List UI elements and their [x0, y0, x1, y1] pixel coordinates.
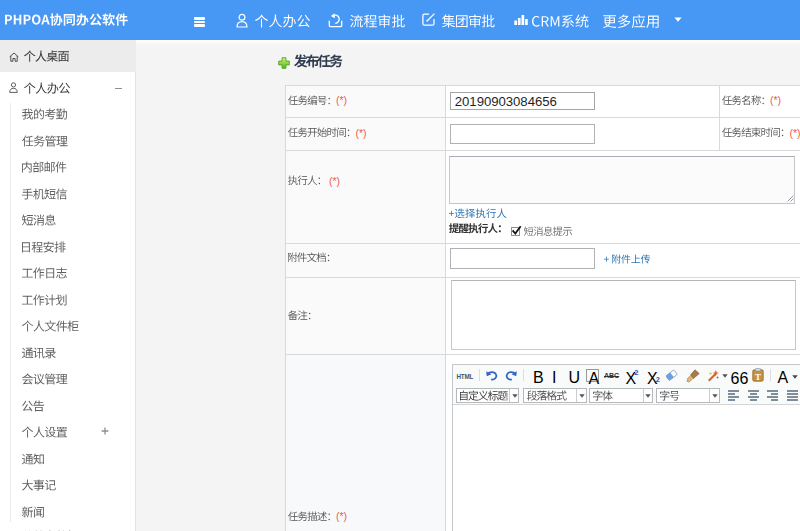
- svg-text:T: T: [754, 371, 760, 381]
